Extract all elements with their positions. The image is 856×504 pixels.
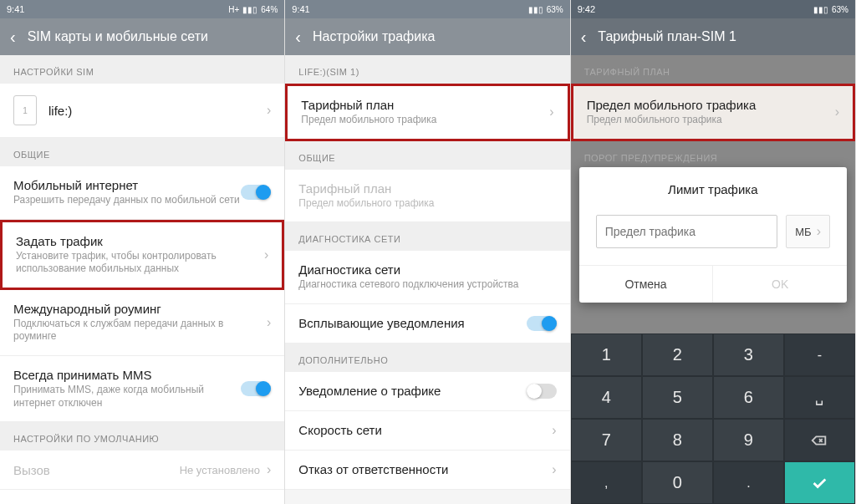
- key-8[interactable]: 8: [642, 419, 713, 461]
- tariff-plan-general-row[interactable]: Тарифный план Предел мобильного трафика: [285, 170, 569, 223]
- section-general: ОБЩИЕ: [0, 138, 284, 166]
- key-5[interactable]: 5: [642, 376, 713, 419]
- limit-input[interactable]: [596, 215, 778, 248]
- chevron-icon: ›: [817, 224, 821, 239]
- chevron-icon: ›: [549, 104, 553, 120]
- data-limit-row[interactable]: Предел мобильного трафика Предел мобильн…: [571, 84, 855, 141]
- status-time: 9:41: [7, 4, 24, 14]
- ok-button[interactable]: OK: [713, 266, 847, 303]
- header-title: SIM карты и мобильные сети: [28, 29, 208, 44]
- sim-row[interactable]: 1 life:) ›: [0, 84, 284, 138]
- key-2[interactable]: 2: [642, 333, 713, 376]
- popup-toggle[interactable]: [527, 316, 557, 331]
- mobile-data-toggle[interactable]: [241, 185, 271, 200]
- screen-tariff-plan: 9:42 ▮▮▯ 63% ‹ Тарифный план-SIM 1 ТАРИФ…: [571, 0, 856, 504]
- mobile-data-row[interactable]: Мобильный интернет Разрешить передачу да…: [0, 166, 284, 220]
- traffic-notif-row[interactable]: Уведомление о трафике: [285, 372, 569, 411]
- back-icon[interactable]: ‹: [10, 28, 16, 47]
- back-icon[interactable]: ‹: [295, 28, 301, 47]
- status-bar: 9:41 H+ ▮▮▯ 64%: [0, 0, 284, 18]
- header: ‹ Тарифный план-SIM 1: [571, 18, 855, 55]
- set-traffic-row[interactable]: Задать трафик Установите трафик, чтобы к…: [0, 220, 284, 290]
- key-dot[interactable]: .: [713, 461, 784, 504]
- mms-toggle[interactable]: [241, 381, 271, 396]
- key-space[interactable]: ␣: [784, 376, 855, 419]
- popup-notif-row[interactable]: Всплывающие уведомления: [285, 304, 569, 344]
- calls-row[interactable]: Вызов Не установлено ›: [0, 451, 284, 490]
- section-defaults: НАСТРОЙКИ ПО УМОЛЧАНИЮ: [0, 422, 284, 451]
- mms-row[interactable]: Всегда принимать MMS Принимать MMS, даже…: [0, 356, 284, 422]
- sim-name: life:): [48, 104, 267, 118]
- traffic-limit-dialog: Лимит трафика МБ › Отмена OK: [579, 167, 847, 303]
- key-comma[interactable]: ,: [571, 461, 642, 504]
- disclaimer-row[interactable]: Отказ от ответственности ›: [285, 451, 569, 490]
- chevron-icon: ›: [552, 423, 556, 438]
- sim-icon: 1: [13, 95, 37, 125]
- key-confirm[interactable]: [784, 461, 855, 504]
- diagnostics-row[interactable]: Диагностика сети Диагностика сетевого по…: [285, 251, 569, 304]
- back-icon[interactable]: ‹: [581, 28, 587, 47]
- chevron-icon: ›: [267, 462, 271, 477]
- content: LIFE:)(SIM 1) Тарифный план Предел мобил…: [285, 55, 569, 504]
- section-sim: НАСТРОЙКИ SIM: [0, 55, 284, 84]
- unit-selector[interactable]: МБ ›: [786, 215, 830, 248]
- chevron-icon: ›: [835, 104, 839, 120]
- header: ‹ Настройки трафика: [285, 18, 569, 55]
- key-4[interactable]: 4: [571, 376, 642, 419]
- dialog-title: Лимит трафика: [579, 167, 847, 210]
- traffic-notif-toggle[interactable]: [527, 384, 557, 399]
- screen-traffic-settings: 9:41 ▮▮▯ 63% ‹ Настройки трафика LIFE:)(…: [285, 0, 570, 504]
- screen-sim-settings: 9:41 H+ ▮▮▯ 64% ‹ SIM карты и мобильные …: [0, 0, 285, 504]
- key-minus[interactable]: -: [784, 333, 855, 376]
- cancel-button[interactable]: Отмена: [579, 266, 714, 303]
- content: НАСТРОЙКИ SIM 1 life:) › ОБЩИЕ Мобильный…: [0, 55, 284, 504]
- key-1[interactable]: 1: [571, 333, 642, 376]
- speed-row[interactable]: Скорость сети ›: [285, 411, 569, 451]
- header: ‹ SIM карты и мобильные сети: [0, 18, 284, 55]
- key-3[interactable]: 3: [713, 333, 784, 376]
- key-7[interactable]: 7: [571, 419, 642, 461]
- tariff-plan-row[interactable]: Тарифный план Предел мобильного трафика …: [285, 84, 569, 141]
- status-icons: H+ ▮▮▯ 64%: [228, 5, 278, 14]
- key-backspace[interactable]: [784, 419, 855, 461]
- key-0[interactable]: 0: [642, 461, 713, 504]
- chevron-icon: ›: [267, 103, 271, 118]
- status-bar: 9:42 ▮▮▯ 63%: [571, 0, 855, 18]
- key-9[interactable]: 9: [713, 419, 784, 461]
- internet-row[interactable]: Интернет life:) ›: [0, 490, 284, 504]
- chevron-icon: ›: [264, 247, 268, 262]
- status-bar: 9:41 ▮▮▯ 63%: [285, 0, 569, 18]
- roaming-row[interactable]: Международный роуминг Подключаться к слу…: [0, 290, 284, 356]
- chevron-icon: ›: [552, 462, 556, 477]
- numeric-keyboard: 1 2 3 - 4 5 6 ␣ 7 8 9 , 0 .: [571, 333, 855, 504]
- key-6[interactable]: 6: [713, 376, 784, 419]
- chevron-icon: ›: [267, 315, 271, 330]
